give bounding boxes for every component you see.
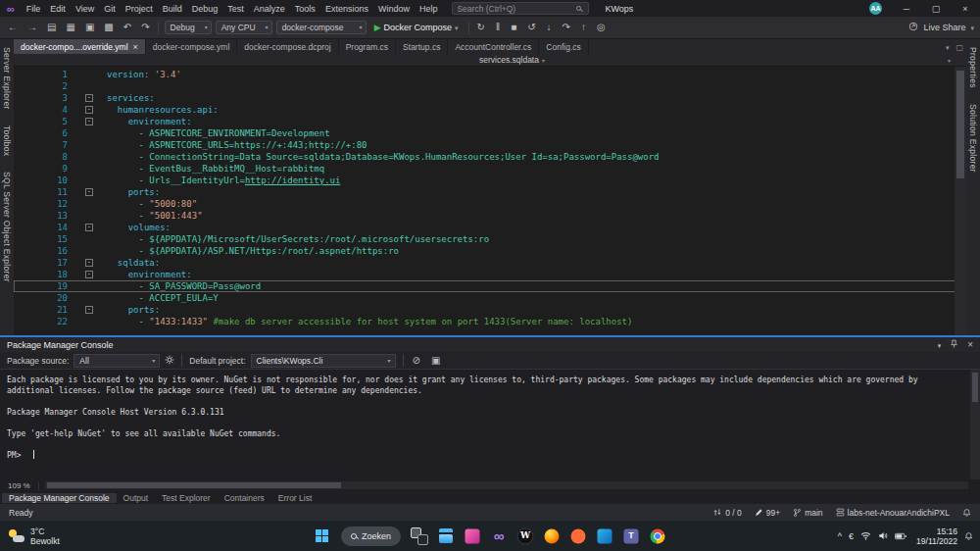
- startup-project-dropdown[interactable]: docker-compose: [276, 21, 367, 34]
- fold-collapse-icon[interactable]: -: [85, 106, 93, 114]
- fold-collapse-icon[interactable]: -: [85, 188, 93, 196]
- postman-icon[interactable]: [567, 526, 589, 547]
- menu-build[interactable]: Build: [158, 4, 187, 14]
- taskbar-search[interactable]: Zoeken: [341, 526, 401, 546]
- open-file-icon[interactable]: ▦: [64, 23, 76, 32]
- bottom-panel-tab-output[interactable]: Output: [117, 493, 156, 503]
- repository-indicator[interactable]: labs-net-AnouarAndichiPXL: [836, 508, 950, 518]
- stop-command-icon[interactable]: ▣: [429, 356, 442, 366]
- pin-icon[interactable]: [950, 339, 958, 350]
- side-panel-sql-server-object-explorer[interactable]: SQL Server Object Explorer: [2, 172, 12, 282]
- menu-help[interactable]: Help: [415, 4, 443, 14]
- console-horizontal-scrollbar[interactable]: [45, 481, 968, 489]
- vscode-icon[interactable]: [594, 526, 615, 547]
- clock-widget[interactable]: 15:16 19/11/2022: [916, 526, 957, 546]
- live-share-caret-icon[interactable]: [970, 23, 974, 32]
- save-icon[interactable]: ▣: [83, 23, 96, 32]
- side-panel-properties[interactable]: Properties: [968, 47, 978, 88]
- notification-center-icon[interactable]: [964, 531, 973, 541]
- currency-tray-icon[interactable]: €: [849, 531, 854, 541]
- step-over-icon[interactable]: ↷: [561, 23, 572, 32]
- volume-icon[interactable]: [878, 531, 888, 540]
- window-position-caret-icon[interactable]: [938, 340, 942, 350]
- break-all-icon[interactable]: ‖: [494, 23, 502, 32]
- step-out-icon[interactable]: ↑: [579, 23, 588, 32]
- code-text[interactable]: - ${APPDATA}/Microsoft/UserSecrets:/root…: [107, 233, 966, 245]
- menu-tools[interactable]: Tools: [290, 4, 320, 14]
- word-app-icon[interactable]: W: [514, 526, 536, 547]
- menu-project[interactable]: Project: [121, 4, 158, 14]
- tab-startup-cs[interactable]: Startup.cs: [396, 39, 448, 54]
- menu-file[interactable]: File: [22, 4, 46, 14]
- paint-app-icon[interactable]: [462, 526, 483, 547]
- code-text[interactable]: sqldata:: [107, 257, 966, 269]
- task-view-icon[interactable]: [409, 526, 430, 547]
- code-text[interactable]: - EventBus__RabbitMQ__Host=rabbitmq: [107, 163, 966, 175]
- menu-edit[interactable]: Edit: [45, 4, 71, 14]
- tab-docker-compo-override-yml[interactable]: docker-compo....override.yml×: [14, 39, 146, 54]
- close-panel-icon[interactable]: [967, 339, 973, 350]
- redo-icon[interactable]: ↷: [139, 23, 151, 32]
- clear-console-icon[interactable]: ⊘: [411, 356, 422, 366]
- tab-config-cs[interactable]: Config.cs: [539, 39, 588, 54]
- code-text[interactable]: - "1433:1433" #make db server accessible…: [107, 316, 966, 327]
- menu-debug[interactable]: Debug: [187, 4, 223, 14]
- bottom-panel-tab-package-manager-console[interactable]: Package Manager Console: [2, 493, 117, 503]
- code-editor[interactable]: 1version: '3.4'23-services:4- humanresou…: [14, 67, 966, 335]
- start-button[interactable]: [312, 526, 333, 547]
- battery-icon[interactable]: [895, 532, 906, 540]
- side-panel-server-explorer[interactable]: Server Explorer: [2, 47, 12, 110]
- tab-program-cs[interactable]: Program.cs: [339, 39, 396, 54]
- menu-extensions[interactable]: Extensions: [320, 4, 373, 14]
- menu-git[interactable]: Git: [99, 4, 121, 14]
- side-panel-toolbox[interactable]: Toolbox: [2, 125, 12, 156]
- git-sync-indicator[interactable]: 0 / 0: [712, 508, 742, 518]
- navigate-back-icon[interactable]: ←: [6, 23, 20, 32]
- git-branch-indicator[interactable]: main: [793, 508, 822, 518]
- tab-list-caret-icon[interactable]: [946, 42, 950, 52]
- restart-icon[interactable]: ↺: [525, 23, 537, 32]
- code-text[interactable]: - ${APPDATA}/ASP.NET/Https:/root/.aspnet…: [107, 245, 966, 257]
- code-text[interactable]: - ASPNETCORE_ENVIRONMENT=Development: [107, 127, 966, 139]
- side-panel-solution-explorer[interactable]: Solution Explorer: [968, 104, 978, 173]
- editor-vertical-scrollbar[interactable]: [955, 67, 966, 335]
- weather-widget[interactable]: 3°C Bewolkt: [8, 526, 60, 546]
- stop-debug-icon[interactable]: ■: [509, 23, 518, 32]
- code-text[interactable]: - ACCEPT_EULA=Y: [107, 292, 966, 304]
- code-text[interactable]: ports:: [107, 186, 966, 198]
- scrollbar-thumb[interactable]: [47, 482, 341, 488]
- find-in-files-icon[interactable]: ◎: [595, 23, 608, 32]
- tab-accountcontroller-cs[interactable]: AccountController.cs: [448, 39, 539, 54]
- fold-collapse-icon[interactable]: -: [85, 306, 93, 314]
- tab-docker-compose-dcproj[interactable]: docker-compose.dcproj: [237, 39, 338, 54]
- step-into-icon[interactable]: ↓: [545, 23, 554, 32]
- quick-search-input[interactable]: Search (Ctrl+Q): [452, 2, 589, 15]
- navigation-caret-icon[interactable]: [948, 55, 951, 65]
- code-text[interactable]: environment:: [107, 116, 966, 127]
- run-options-caret-icon[interactable]: [455, 23, 459, 32]
- menu-window[interactable]: Window: [373, 4, 415, 14]
- configuration-dropdown[interactable]: Debug: [165, 21, 212, 34]
- visual-studio-icon[interactable]: ∞: [488, 526, 510, 547]
- default-project-dropdown[interactable]: Clients\KWops.Cli: [251, 354, 396, 368]
- bottom-panel-tab-error-list[interactable]: Error List: [271, 493, 318, 503]
- pending-changes-indicator[interactable]: 99+: [755, 508, 780, 518]
- code-text[interactable]: humanresources.api:: [107, 104, 966, 116]
- hot-reload-icon[interactable]: ↻: [475, 23, 487, 32]
- teams-icon[interactable]: T: [620, 526, 642, 547]
- code-text[interactable]: services:: [107, 92, 966, 104]
- console-output[interactable]: Each package is licensed to you by its o…: [0, 370, 980, 479]
- fold-collapse-icon[interactable]: -: [85, 118, 93, 125]
- scrollbar-thumb[interactable]: [956, 71, 964, 178]
- zoom-level-select[interactable]: 109 %: [0, 481, 39, 490]
- close-button[interactable]: ×: [951, 0, 980, 17]
- maximize-button[interactable]: ▢: [921, 0, 951, 17]
- menu-view[interactable]: View: [71, 4, 99, 14]
- float-pane-icon[interactable]: [956, 42, 963, 52]
- console-vertical-scrollbar[interactable]: [970, 370, 980, 479]
- close-tab-icon[interactable]: ×: [133, 42, 138, 52]
- start-debugging-button[interactable]: Docker Compose: [370, 23, 463, 32]
- undo-icon[interactable]: ↶: [122, 23, 133, 32]
- code-text[interactable]: - ConnectionString=Data Source=sqldata;D…: [107, 151, 966, 163]
- bottom-panel-tab-containers[interactable]: Containers: [218, 493, 271, 503]
